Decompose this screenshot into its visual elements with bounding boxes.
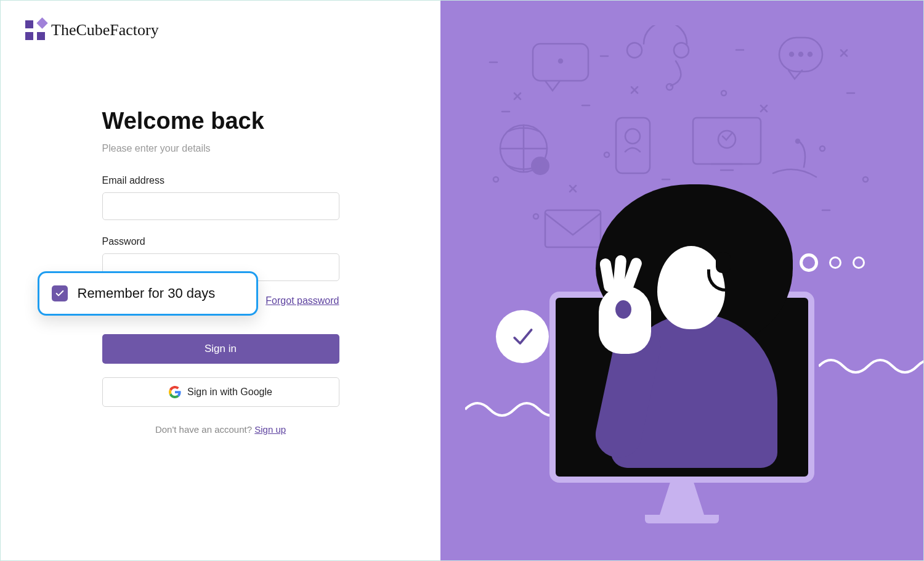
svg-point-21 bbox=[533, 214, 538, 219]
forgot-password-link[interactable]: Forgot password bbox=[265, 295, 339, 306]
remember-label: Remember for 30 days bbox=[78, 285, 216, 301]
brand-name: TheCubeFactory bbox=[51, 21, 159, 39]
svg-point-19 bbox=[820, 146, 825, 151]
email-input[interactable] bbox=[102, 192, 339, 220]
svg-point-14 bbox=[796, 139, 800, 143]
check-circle-icon bbox=[496, 310, 549, 363]
signup-prompt: Don't have an account? Sign up bbox=[102, 424, 339, 435]
brand-logo: TheCubeFactory bbox=[25, 20, 416, 40]
svg-point-6 bbox=[808, 52, 812, 56]
svg-point-11 bbox=[625, 129, 640, 144]
password-label: Password bbox=[102, 236, 339, 247]
svg-point-5 bbox=[799, 52, 803, 56]
svg-point-20 bbox=[863, 177, 868, 182]
illustration-panel: 24 bbox=[440, 1, 923, 560]
login-panel: TheCubeFactory Welcome back Please enter… bbox=[1, 1, 440, 560]
circle-dots-icon bbox=[800, 253, 865, 272]
login-form: Welcome back Please enter your details E… bbox=[102, 108, 339, 435]
checkbox-icon[interactable] bbox=[52, 285, 68, 301]
svg-rect-12 bbox=[693, 118, 761, 164]
page-subtitle: Please enter your details bbox=[102, 143, 339, 154]
signup-link[interactable]: Sign up bbox=[254, 424, 286, 435]
wave-icon bbox=[465, 400, 564, 419]
remember-checkbox-callout[interactable]: Remember for 30 days bbox=[38, 271, 258, 316]
svg-rect-10 bbox=[616, 118, 650, 173]
svg-text:24: 24 bbox=[536, 162, 545, 171]
google-icon bbox=[169, 386, 181, 398]
google-signin-label: Sign in with Google bbox=[187, 387, 272, 398]
headset-icon bbox=[716, 252, 734, 289]
signin-button[interactable]: Sign in bbox=[102, 334, 339, 364]
svg-point-17 bbox=[604, 152, 609, 157]
email-label: Email address bbox=[102, 175, 339, 186]
svg-point-1 bbox=[559, 59, 562, 63]
page-title: Welcome back bbox=[102, 108, 339, 134]
wave-icon bbox=[819, 357, 923, 375]
logo-icon bbox=[25, 20, 45, 40]
svg-point-4 bbox=[790, 52, 793, 56]
person-illustration bbox=[577, 190, 787, 462]
svg-point-18 bbox=[721, 91, 726, 96]
svg-point-16 bbox=[493, 177, 498, 182]
svg-point-2 bbox=[667, 84, 673, 90]
google-signin-button[interactable]: Sign in with Google bbox=[102, 377, 339, 407]
